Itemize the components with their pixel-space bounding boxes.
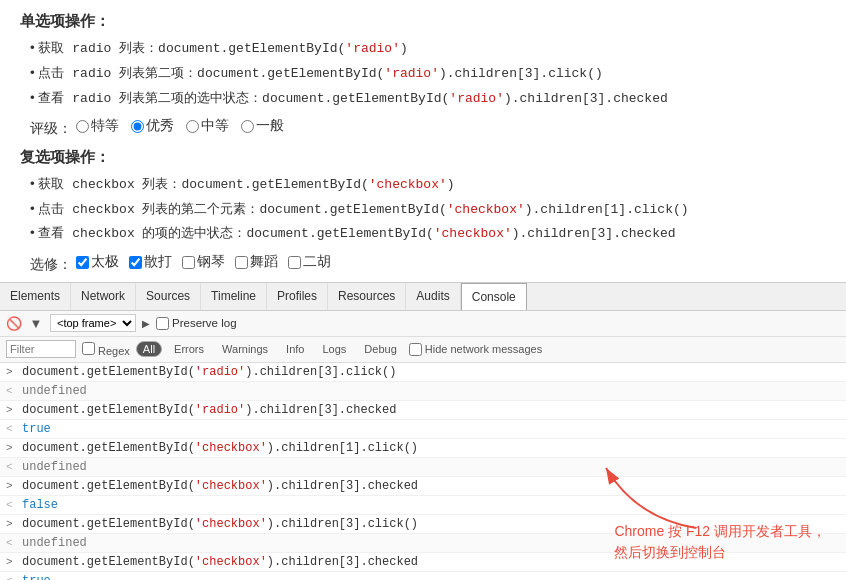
radio-bullet-2: 点击 radio 列表第二项：document.getElementById('… — [30, 62, 826, 85]
devtools: Elements Network Sources Timeline Profil… — [0, 282, 846, 580]
hide-network-label[interactable]: Hide network messages — [409, 343, 542, 356]
filter-logs-button[interactable]: Logs — [316, 342, 352, 356]
radio-bullet-1: 获取 radio 列表：document.getElementById('rad… — [30, 37, 826, 60]
input-prompt-1: > — [6, 364, 16, 380]
tab-audits[interactable]: Audits — [406, 283, 460, 310]
console-line-4: < true — [0, 420, 846, 439]
regex-label[interactable]: Regex — [82, 342, 130, 357]
checkbox-label: 选修： — [30, 257, 72, 272]
content-area: 单选项操作： 获取 radio 列表：document.getElementBy… — [0, 0, 846, 282]
regex-checkbox[interactable] — [82, 342, 95, 355]
output-prompt-12: < — [6, 573, 16, 580]
frame-selector[interactable]: <top frame> — [50, 314, 136, 332]
console-line-8: < false — [0, 496, 846, 515]
preserve-log-label[interactable]: Preserve log — [156, 317, 237, 330]
filter-warnings-button[interactable]: Warnings — [216, 342, 274, 356]
filter-icon[interactable]: ▼ — [28, 315, 44, 331]
tab-elements[interactable]: Elements — [0, 283, 71, 310]
console-area: > document.getElementById('radio').child… — [0, 363, 846, 580]
output-prompt-6: < — [6, 459, 16, 475]
checkbox-line: 选修： 太极 散打 钢琴 舞蹈 二胡 — [30, 253, 826, 274]
preserve-log-text: Preserve log — [172, 317, 237, 329]
input-prompt-11: > — [6, 554, 16, 570]
checkbox-sanda[interactable]: 散打 — [129, 253, 172, 271]
input-prompt-3: > — [6, 402, 16, 418]
checkbox-bullet-1: 获取 checkbox 列表：document.getElementById('… — [30, 173, 826, 196]
hide-network-checkbox[interactable] — [409, 343, 422, 356]
output-prompt-8: < — [6, 497, 16, 513]
console-line-3: > document.getElementById('radio').child… — [0, 401, 846, 420]
radio-group: 特等 优秀 中等 一般 — [76, 117, 284, 135]
checkbox-taiji[interactable]: 太极 — [76, 253, 119, 271]
filter-errors-button[interactable]: Errors — [168, 342, 210, 356]
input-prompt-7: > — [6, 478, 16, 494]
filter-debug-button[interactable]: Debug — [358, 342, 402, 356]
tab-console[interactable]: Console — [461, 283, 527, 310]
checkbox-wudao[interactable]: 舞蹈 — [235, 253, 278, 271]
frame-arrow: ▶ — [142, 318, 150, 329]
checkbox-gangqin[interactable]: 钢琴 — [182, 253, 225, 271]
checkbox-erhu[interactable]: 二胡 — [288, 253, 331, 271]
filter-all-button[interactable]: All — [136, 341, 162, 357]
tab-timeline[interactable]: Timeline — [201, 283, 267, 310]
checkbox-group: 太极 散打 钢琴 舞蹈 二胡 — [76, 253, 331, 271]
tab-network[interactable]: Network — [71, 283, 136, 310]
rating-line: 评级： 特等 优秀 中等 一般 — [30, 117, 826, 138]
filter-bar: Regex All Errors Warnings Info Logs Debu… — [0, 337, 846, 363]
tab-profiles[interactable]: Profiles — [267, 283, 328, 310]
radio-yiban[interactable]: 一般 — [241, 117, 284, 135]
console-line-1: > document.getElementById('radio').child… — [0, 363, 846, 382]
radio-tete[interactable]: 特等 — [76, 117, 119, 135]
radio-youxiu[interactable]: 优秀 — [131, 117, 174, 135]
input-prompt-5: > — [6, 440, 16, 456]
filter-input[interactable] — [6, 340, 76, 358]
rating-label: 评级： — [30, 121, 72, 136]
radio-bullet-3: 查看 radio 列表第二项的选中状态：document.getElementB… — [30, 87, 826, 110]
devtools-tabs: Elements Network Sources Timeline Profil… — [0, 283, 846, 311]
checkbox-bullet-2: 点击 checkbox 列表的第二个元素：document.getElement… — [30, 198, 826, 221]
console-line-12: < true — [0, 572, 846, 580]
console-line-5: > document.getElementById('checkbox').ch… — [0, 439, 846, 458]
checkbox-bullet-3: 查看 checkbox 的项的选中状态：document.getElementB… — [30, 222, 826, 245]
radio-zhongdeng[interactable]: 中等 — [186, 117, 229, 135]
filter-info-button[interactable]: Info — [280, 342, 310, 356]
tab-resources[interactable]: Resources — [328, 283, 406, 310]
checkbox-section-title: 复选项操作： — [20, 148, 826, 167]
output-prompt-4: < — [6, 421, 16, 437]
input-prompt-9: > — [6, 516, 16, 532]
devtools-toolbar: 🚫 ▼ <top frame> ▶ Preserve log — [0, 311, 846, 337]
console-line-2: < undefined — [0, 382, 846, 401]
output-prompt-2: < — [6, 383, 16, 399]
radio-section-title: 单选项操作： — [20, 12, 826, 31]
annotation-text: Chrome 按 F12 调用开发者工具， 然后切换到控制台 — [614, 521, 826, 563]
console-line-6: < undefined — [0, 458, 846, 477]
tab-sources[interactable]: Sources — [136, 283, 201, 310]
preserve-log-checkbox[interactable] — [156, 317, 169, 330]
checkbox-bullets: 获取 checkbox 列表：document.getElementById('… — [30, 173, 826, 245]
radio-bullets: 获取 radio 列表：document.getElementById('rad… — [30, 37, 826, 109]
clear-console-icon[interactable]: 🚫 — [6, 315, 22, 331]
console-line-7: > document.getElementById('checkbox').ch… — [0, 477, 846, 496]
output-prompt-10: < — [6, 535, 16, 551]
